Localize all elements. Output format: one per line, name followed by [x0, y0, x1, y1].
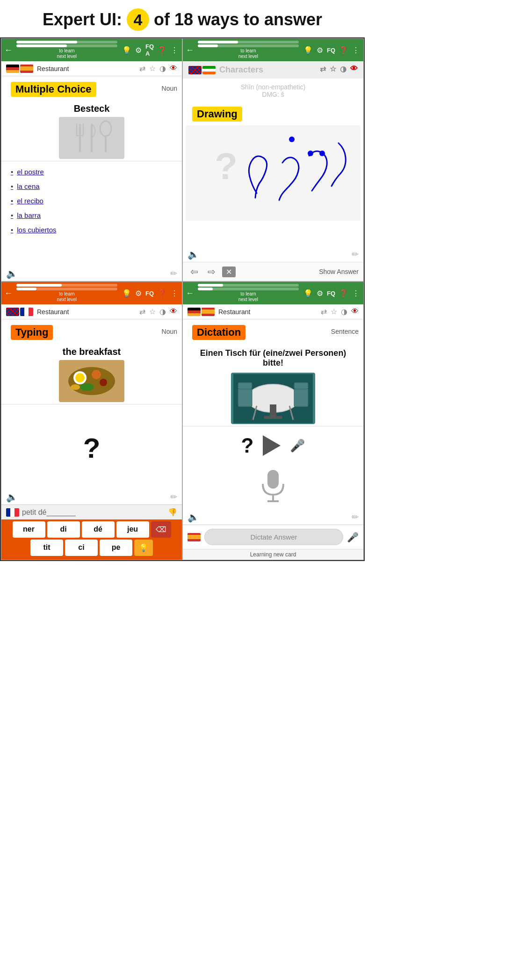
dictation-question-mark: ?: [241, 434, 254, 457]
edit-icon-1[interactable]: ✏: [170, 268, 177, 279]
eye-icon-1[interactable]: 👁: [170, 64, 177, 73]
panel-bottom-4: 🔈 ✏: [183, 510, 363, 525]
font-icon-1[interactable]: FQA: [144, 42, 155, 58]
panel-bottom-2: 🔈 ✏: [183, 247, 363, 262]
mc-answer-3[interactable]: • el recibo: [11, 197, 173, 205]
share-icon-4[interactable]: ⇄: [321, 307, 327, 316]
dots-icon-3[interactable]: ⋮: [170, 288, 179, 299]
bulb-icon-2[interactable]: 💡: [303, 45, 314, 56]
eye-icon-2[interactable]: 👁: [350, 65, 358, 73]
kb-light-key[interactable]: 💡: [134, 540, 153, 556]
svg-point-16: [92, 370, 101, 379]
star-icon-4[interactable]: ☆: [331, 307, 337, 316]
eye-icon-4[interactable]: 👁: [351, 307, 359, 316]
flag-de-4: [188, 308, 201, 316]
flag-fr-input: [6, 508, 19, 517]
star-icon-1[interactable]: ☆: [149, 64, 156, 73]
back-icon-3[interactable]: ←: [4, 288, 13, 298]
question-mark-3: ?: [83, 432, 101, 464]
kb-key-jeu[interactable]: jeu: [116, 521, 149, 538]
card-header-4: Restaurant ⇄ ☆ ◑ 👁: [183, 304, 363, 319]
toolbar-1: ← to learnnext level 💡 ⚙ FQA ❓ ⋮: [1, 39, 182, 61]
progress-wrap-2: to learnnext level: [198, 41, 299, 59]
nav-back-btn[interactable]: ⇦: [188, 265, 201, 278]
mic-dictate-icon[interactable]: 🎤: [347, 532, 359, 543]
kb-key-ner[interactable]: ner: [13, 521, 45, 538]
mic-small-icon[interactable]: 🎤: [290, 439, 305, 453]
drawing-area[interactable]: ?: [186, 125, 361, 221]
dictate-answer-btn[interactable]: Dictate Answer: [204, 529, 343, 545]
gear-icon-2[interactable]: ⚙: [316, 45, 324, 56]
share-icon-1[interactable]: ⇄: [139, 64, 145, 73]
kb-key-pe[interactable]: pe: [100, 540, 132, 556]
typing-question-area: ?: [1, 406, 182, 490]
font-icon-4[interactable]: FQ: [326, 289, 336, 298]
dots-icon-1[interactable]: ⋮: [170, 45, 179, 56]
mc-answer-5[interactable]: • los cubiertos: [11, 226, 173, 234]
gear-icon-1[interactable]: ⚙: [134, 45, 143, 56]
kb-key-di[interactable]: di: [47, 521, 80, 538]
speaker-icon-1[interactable]: 🔈: [6, 268, 18, 279]
eye-icon-3[interactable]: 👁: [170, 307, 177, 316]
play-button[interactable]: [263, 435, 281, 456]
bulb-icon-1[interactable]: 💡: [121, 45, 132, 56]
kb-key-ci[interactable]: ci: [65, 540, 98, 556]
word-type-3: Noun: [162, 328, 177, 335]
keyboard: ner di dé jeu ⌫ tit ci pe 💡: [1, 519, 182, 560]
table-image: [231, 373, 315, 424]
dots-icon-2[interactable]: ⋮: [351, 45, 361, 56]
help-icon-1[interactable]: ❓: [157, 45, 168, 56]
nav-del-btn[interactable]: ✕: [222, 267, 236, 277]
back-icon-2[interactable]: ←: [186, 45, 194, 55]
bulb-icon-4[interactable]: 💡: [303, 288, 314, 299]
flag-es-1: [20, 65, 33, 73]
star-icon-3[interactable]: ☆: [149, 307, 156, 316]
speaker-icon-3[interactable]: 🔈: [6, 491, 18, 503]
font-icon-2[interactable]: FQ: [326, 46, 336, 55]
gear-icon-3[interactable]: ⚙: [134, 288, 143, 299]
dots-icon-4[interactable]: ⋮: [351, 288, 361, 299]
svg-point-15: [75, 373, 85, 382]
pie-icon-2[interactable]: ◑: [340, 65, 346, 73]
mc-answer-2[interactable]: • la cena: [11, 182, 173, 190]
bulb-icon-3[interactable]: 💡: [121, 288, 132, 299]
svg-text:?: ?: [215, 145, 238, 187]
flag-fr-3: [20, 308, 33, 316]
toolbar-label-2: to learnnext level: [198, 48, 299, 59]
thumb-icon[interactable]: 👎: [168, 508, 177, 517]
gear-icon-4[interactable]: ⚙: [316, 288, 324, 299]
share-icon-2[interactable]: ⇄: [320, 65, 326, 73]
drawing-nav: ⇦ ⇨ ✕ Show Answer: [183, 262, 363, 281]
kb-key-tit[interactable]: tit: [30, 540, 63, 556]
back-icon[interactable]: ←: [4, 45, 13, 55]
dictation-text: Einen Tisch für (eine/zwei Personen) bit…: [183, 344, 363, 373]
edit-icon-4[interactable]: ✏: [352, 512, 359, 522]
pie-icon-3[interactable]: ◑: [159, 307, 166, 316]
mc-answer-4[interactable]: • la barra: [11, 211, 173, 219]
help-icon-3[interactable]: ❓: [157, 288, 168, 299]
star-icon-2[interactable]: ☆: [330, 65, 336, 73]
speaker-icon-2[interactable]: 🔈: [188, 249, 199, 260]
nav-fwd-btn[interactable]: ⇨: [205, 265, 218, 278]
back-icon-4[interactable]: ←: [186, 288, 194, 298]
share-icon-3[interactable]: ⇄: [139, 307, 145, 316]
typing-input-text[interactable]: petit dé_______: [22, 508, 165, 517]
kb-del-key[interactable]: ⌫: [151, 521, 171, 538]
edit-icon-3[interactable]: ✏: [170, 492, 177, 502]
font-icon-3[interactable]: FQ: [144, 289, 155, 298]
pie-icon-4[interactable]: ◑: [341, 307, 347, 316]
pie-icon-1[interactable]: ◑: [159, 64, 166, 73]
help-icon-2[interactable]: ❓: [338, 45, 349, 56]
help-icon-4[interactable]: ❓: [338, 288, 349, 299]
speaker-icon-4[interactable]: 🔈: [188, 512, 199, 523]
mc-answer-1[interactable]: • el postre: [11, 168, 173, 176]
drawing-svg[interactable]: ?: [186, 125, 361, 219]
kb-key-de[interactable]: dé: [82, 521, 115, 538]
panel-drawing: ← to learnnext level 💡 ⚙ FQ ❓ ⋮ Characte…: [182, 38, 364, 281]
svg-rect-27: [294, 382, 308, 389]
toolbar-label-4: to learnnext level: [198, 291, 299, 303]
show-answer-btn[interactable]: Show Answer: [319, 268, 359, 275]
edit-icon-2[interactable]: ✏: [352, 249, 359, 259]
card-icons-2: ⇄ ☆ ◑ 👁: [320, 65, 358, 73]
mode-badge-3: Typing: [11, 325, 53, 340]
